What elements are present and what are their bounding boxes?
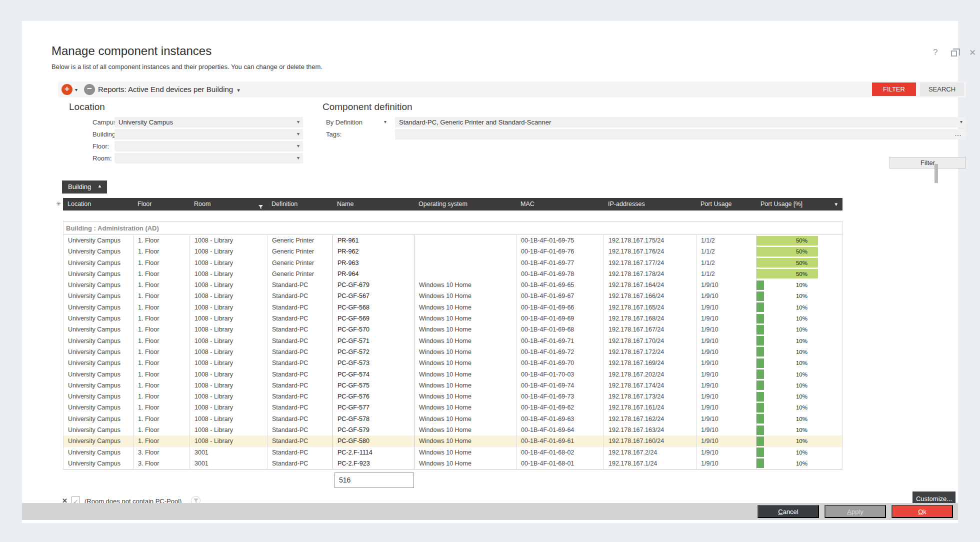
port-usage-bar [756,236,818,246]
building-select[interactable]: ▾ [114,129,303,140]
table-row[interactable]: University Campus1. Floor1008 - LibraryS… [64,436,842,446]
by-definition-chevron-down-icon[interactable]: ▾ [384,119,386,124]
row-selector-icon[interactable]: ✳ [56,200,61,208]
table-row[interactable]: University Campus1. Floor1008 - LibraryS… [64,414,842,424]
room-select[interactable]: ▾ [114,153,303,164]
floor-select[interactable]: ▾ [114,141,303,152]
port-usage-percent-label: 10% [796,436,808,446]
apply-button[interactable]: Apply [824,505,886,518]
port-usage-bar-cell: 10% [756,336,843,346]
port-usage-bar [756,392,764,402]
port-usage-bar [756,292,764,301]
table-row[interactable]: University Campus1. Floor1008 - LibraryS… [64,358,842,368]
group-header-row: Building : Administration (AD) [63,221,842,235]
location-field-row: Room:▾ [22,153,322,164]
column-header-port-usage[interactable]: Port Usage [696,198,756,210]
port-usage-bar [756,414,764,424]
filter-tab-button[interactable]: FILTER [872,82,916,96]
chevron-up-icon: ▲ [98,184,102,188]
screen: Manage component instances Below is a li… [0,0,980,542]
location-fields: Campus:University Campus▾Building:▾Floor… [22,117,322,167]
manage-component-instances-dialog: Manage component instances Below is a li… [22,21,958,523]
table-row[interactable]: University Campus1. Floor1008 - LibraryS… [64,369,842,380]
port-usage-bar [756,302,764,312]
vertical-scrollbar-thumb[interactable] [934,164,938,183]
chevron-down-icon: ▾ [960,119,962,124]
port-usage-bar [756,347,764,356]
column-header-room[interactable]: Room [190,198,267,210]
table-row[interactable]: University Campus1. Floor1008 - LibraryS… [64,324,842,335]
table-row[interactable]: University Campus1. Floor1008 - LibraryS… [64,302,842,313]
definition-select[interactable]: Standard-PC, Generic Printer and Standar… [395,117,966,128]
cancel-button[interactable]: Cancel [758,505,819,518]
location-field-row: Building:▾ [22,129,322,140]
port-usage-bar [756,370,764,379]
remove-report-button[interactable]: − [84,84,95,95]
table-row[interactable]: University Campus1. Floor1008 - LibraryG… [64,235,842,246]
chevron-down-icon: ▾ [297,131,300,136]
chevron-down-icon: ▾ [297,155,300,160]
port-usage-percent-label: 50% [796,235,808,246]
by-definition-label[interactable]: By Definition [326,118,362,126]
port-usage-bar-cell: 10% [756,290,843,302]
table-row[interactable]: University Campus1. Floor1008 - LibraryS… [64,290,842,302]
reports-dropdown[interactable]: Reports: Active End devices per Building… [98,85,240,94]
table-row[interactable]: University Campus3. Floor3001Standard-PC… [64,447,842,458]
port-usage-bar-cell: 50% [756,235,843,246]
column-header-location[interactable]: Location [63,198,133,210]
table-row[interactable]: University Campus1. Floor1008 - LibraryS… [64,313,842,324]
table-row[interactable]: University Campus1. Floor1008 - LibraryG… [64,268,842,280]
column-header-definition[interactable]: Definition [267,198,332,210]
table-row[interactable]: University Campus1. Floor1008 - LibraryS… [64,391,842,402]
port-usage-bar-cell: 10% [756,447,843,458]
close-icon[interactable]: ✕ [969,48,976,58]
help-icon[interactable]: ? [933,48,938,58]
funnel-icon [258,202,263,210]
location-section-heading: Location [69,102,105,112]
column-header-ip-addresses[interactable]: IP-addresses [604,198,696,210]
table-body: University Campus1. Floor1008 - LibraryG… [63,235,842,470]
table-row[interactable]: University Campus3. Floor3001Standard-PC… [64,458,842,469]
port-usage-bar [756,247,818,256]
table-row[interactable]: University Campus1. Floor1008 - LibraryS… [64,336,842,346]
column-header-name[interactable]: Name [332,198,414,210]
restore-window-icon[interactable] [951,50,957,56]
port-usage-bar-cell: 10% [756,346,843,358]
column-header-port-usage[interactable]: Port Usage [%]▾ [756,198,842,210]
port-usage-bar-cell: 10% [756,313,843,324]
column-header-mac[interactable]: MAC [516,198,604,210]
port-usage-bar [756,436,764,446]
add-report-chevron-down-icon[interactable]: ▾ [75,87,78,92]
campus-select[interactable]: University Campus▾ [114,117,303,128]
group-label: Building : Administration (AD) [66,224,159,232]
group-by-building-button[interactable]: Building ▲ [62,180,107,194]
field-label: Room: [92,154,112,162]
column-header-floor[interactable]: Floor [133,198,190,210]
table-row[interactable]: University Campus1. Floor1008 - LibraryS… [64,380,842,391]
table-row[interactable]: University Campus1. Floor1008 - LibraryS… [64,424,842,436]
table-row[interactable]: University Campus1. Floor1008 - LibraryS… [64,280,842,290]
port-usage-percent-label: 50% [796,268,808,280]
table-row[interactable]: University Campus1. Floor1008 - LibraryS… [64,346,842,358]
apply-filter-button[interactable]: Filter [890,157,966,168]
port-usage-percent-label: 50% [796,258,808,268]
column-chooser-chevron-down-icon[interactable]: ▾ [834,198,838,210]
search-tab-button[interactable]: SEARCH [920,82,964,96]
table-row[interactable]: University Campus1. Floor1008 - LibraryG… [64,258,842,268]
field-label: Building: [92,130,118,138]
column-header-operating-system[interactable]: Operating system [414,198,516,210]
name-count-field[interactable]: 516 [334,472,414,488]
port-usage-percent-label: 10% [796,380,808,391]
port-usage-bar [756,314,764,324]
component-definition-heading: Component definition [322,102,412,112]
tags-field[interactable]: … [395,129,966,140]
ok-button[interactable]: Ok [892,505,953,518]
port-usage-bar [756,258,818,268]
table-row[interactable]: University Campus1. Floor1008 - LibraryG… [64,246,842,257]
port-usage-bar-cell: 50% [756,246,843,257]
more-options-icon[interactable]: … [954,130,962,138]
table-row[interactable]: University Campus1. Floor1008 - LibraryS… [64,402,842,413]
port-usage-bar-cell: 10% [756,302,843,313]
port-usage-bar-cell: 10% [756,324,843,335]
add-report-button[interactable]: + [62,84,72,95]
